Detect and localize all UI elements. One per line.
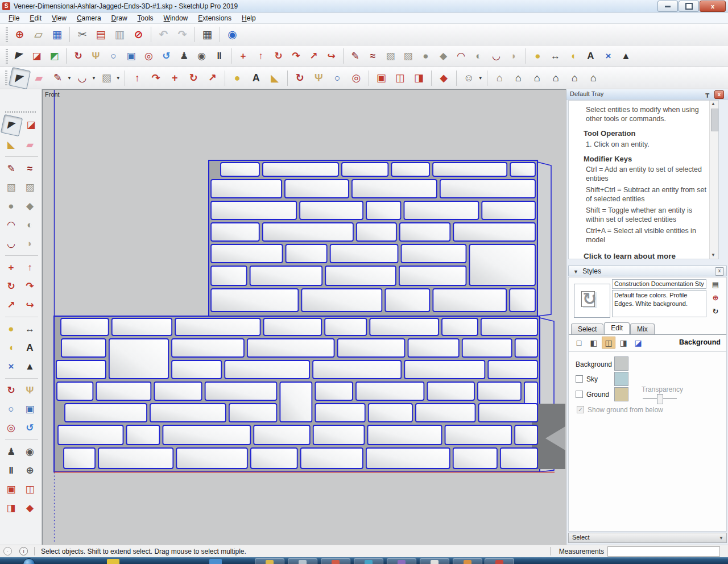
create-style-icon[interactable]: ⊕ [710, 292, 721, 303]
update-style-icon[interactable]: ↻ [710, 306, 721, 317]
zoom-extents-icon[interactable]: ◎ [2, 419, 20, 437]
menu-view[interactable]: View [47, 13, 72, 23]
zoom-window-icon[interactable]: ▣ [123, 48, 139, 64]
taskbar-app-button[interactable] [288, 558, 317, 564]
scroll-down-icon[interactable]: ▼ [711, 252, 715, 258]
eraser-icon[interactable]: ▰ [30, 69, 48, 87]
tape-measure-icon[interactable]: ● [2, 320, 20, 338]
pan-icon[interactable]: Ψ [21, 381, 39, 399]
show-ground-checkbox[interactable] [577, 406, 584, 413]
tab-mix[interactable]: Mix [630, 324, 655, 334]
three-point-arc-icon[interactable]: ◗ [21, 235, 39, 252]
tape-measure-icon[interactable]: ● [229, 69, 246, 87]
polygon-icon[interactable]: ◆ [435, 48, 452, 64]
menu-extensions[interactable]: Extensions [193, 13, 237, 23]
pinned-app-icon[interactable] [107, 559, 119, 564]
two-point-arc-icon[interactable]: ◡ [488, 48, 504, 64]
toolbar-grip[interactable] [5, 70, 7, 85]
extension-manager-icon[interactable]: ◆ [21, 499, 39, 517]
style-description-field[interactable]: Default face colors. Profile Edges. Whit… [612, 290, 706, 317]
background-color-swatch[interactable] [614, 356, 628, 371]
polygon-icon[interactable]: ◆ [21, 197, 39, 215]
dropdown-caret-icon[interactable]: ▼ [116, 76, 121, 81]
zoom-extents-icon[interactable]: ◎ [140, 48, 157, 64]
zoom-previous-icon[interactable]: ↺ [158, 48, 175, 64]
rectangle-icon[interactable]: ▧ [2, 179, 20, 196]
share-model-icon[interactable]: ◨ [410, 69, 428, 87]
taskbar-app-button[interactable] [485, 558, 514, 564]
menu-camera[interactable]: Camera [72, 13, 106, 23]
sky-checkbox[interactable] [576, 375, 583, 383]
sign-in-icon[interactable]: ☺ [460, 69, 478, 87]
paint-bucket-icon[interactable]: ◣ [266, 69, 284, 87]
transparency-slider-thumb[interactable] [657, 394, 663, 404]
taskbar-app-button[interactable] [453, 558, 482, 564]
start-button[interactable] [23, 558, 35, 564]
zoom-icon[interactable]: ○ [105, 48, 122, 64]
model-canvas[interactable] [43, 90, 566, 545]
position-camera-icon[interactable]: ♟ [2, 443, 20, 461]
select-collapsed-bar[interactable]: Select ▼ [568, 533, 727, 543]
pie-icon[interactable]: ◐ [470, 48, 487, 64]
pan-icon[interactable]: Ψ [310, 69, 328, 87]
tab-select[interactable]: Select [571, 324, 603, 334]
view-iso-icon[interactable]: ⌂ [491, 69, 508, 87]
text-icon[interactable]: A [247, 69, 265, 87]
make-component-icon[interactable]: ◪ [28, 48, 45, 64]
print-icon[interactable]: ▦ [198, 26, 216, 43]
rotate-icon[interactable]: ↻ [2, 277, 20, 295]
3d-warehouse-icon[interactable]: ▣ [373, 69, 390, 87]
extension-manager-icon[interactable]: ◆ [435, 69, 453, 87]
dimension-icon[interactable]: ↔ [21, 320, 39, 338]
rotated-rectangle-icon[interactable]: ▨ [21, 179, 39, 196]
pin-icon[interactable]: ┳ [705, 90, 709, 98]
eraser-icon[interactable]: ▰ [21, 136, 39, 154]
offset-icon[interactable]: ↪ [21, 296, 39, 314]
background-settings-icon[interactable]: ◫ [602, 337, 615, 349]
copy-icon[interactable]: ▤ [92, 26, 110, 43]
scrollbar-thumb[interactable] [711, 109, 718, 131]
line-icon[interactable]: ✎ [2, 160, 20, 177]
scale-icon[interactable]: ↗ [305, 48, 322, 64]
help-icon[interactable]: i [19, 547, 28, 555]
circle-icon[interactable]: ● [417, 48, 434, 64]
edge-settings-icon[interactable]: □ [572, 337, 586, 349]
view-back-icon[interactable]: ⌂ [547, 69, 565, 87]
dynamic-component-icon[interactable]: ◩ [46, 48, 63, 64]
dropdown-caret-icon[interactable]: ▼ [92, 76, 96, 81]
zoom-previous-icon[interactable]: ↺ [21, 419, 39, 437]
zoom-icon[interactable]: ○ [329, 69, 346, 87]
toolbar-grip[interactable] [6, 49, 8, 64]
freehand-icon[interactable]: ≈ [365, 48, 381, 64]
pie-icon[interactable]: ◐ [21, 216, 39, 234]
orbit-icon[interactable]: ↻ [2, 381, 20, 399]
orbit-icon[interactable]: ↻ [70, 48, 86, 64]
style-thumbnail[interactable]: ↻ [574, 284, 610, 318]
erase-delete-icon[interactable]: ⊘ [130, 26, 147, 43]
follow-me-icon[interactable]: ↷ [21, 277, 39, 295]
dimension-icon[interactable]: ↔ [547, 48, 564, 64]
extension-warehouse-icon[interactable]: ◫ [21, 480, 39, 498]
menu-window[interactable]: Window [159, 13, 193, 23]
walk-icon[interactable]: ‖ [2, 462, 20, 479]
menu-edit[interactable]: Edit [24, 13, 47, 23]
model-viewport[interactable]: Front [42, 89, 566, 545]
new-icon[interactable]: ⊕ [11, 26, 28, 43]
cut-icon[interactable]: ✂ [73, 26, 91, 43]
circle-icon[interactable]: ● [2, 197, 20, 215]
tape-measure-icon[interactable]: ● [530, 48, 546, 64]
menu-draw[interactable]: Draw [106, 13, 133, 23]
text-icon[interactable]: A [21, 339, 39, 356]
zoom-extents-icon[interactable]: ◎ [348, 69, 365, 87]
look-around-icon[interactable]: ◉ [21, 443, 39, 461]
orbit-icon[interactable]: ↻ [291, 69, 309, 87]
chevron-down-icon[interactable]: ▼ [719, 536, 723, 541]
paste-icon[interactable]: ▥ [111, 26, 129, 43]
push-pull-icon[interactable]: ↑ [21, 259, 39, 276]
protractor-icon[interactable]: ◖ [2, 339, 20, 356]
two-point-arc-icon[interactable]: ◡ [73, 69, 91, 87]
toolbar-grip[interactable] [6, 27, 8, 42]
extension-warehouse-icon[interactable]: ◫ [391, 69, 409, 87]
rotate-icon[interactable]: ↻ [185, 69, 202, 87]
taskbar-app-button[interactable] [255, 558, 284, 564]
